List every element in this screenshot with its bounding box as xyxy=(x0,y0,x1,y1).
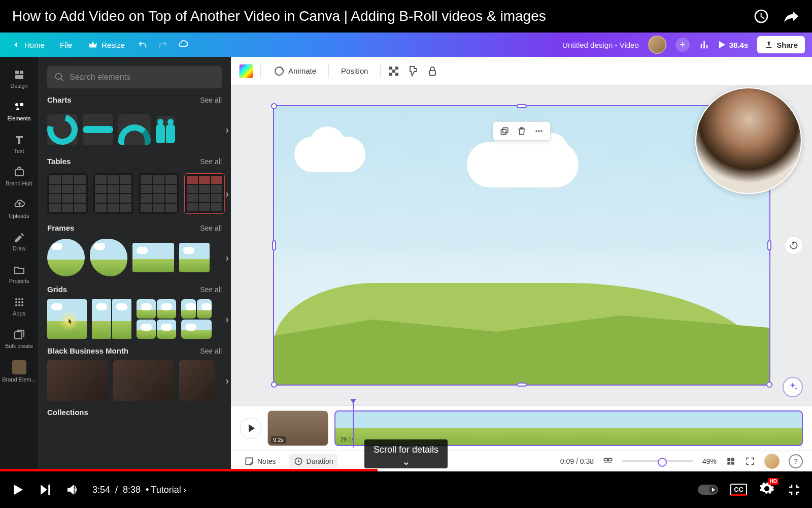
grid-2x2[interactable] xyxy=(137,299,176,339)
resize-button[interactable]: Resize xyxy=(84,37,128,52)
frame-circle[interactable] xyxy=(47,239,85,276)
file-menu[interactable]: File xyxy=(57,39,75,51)
undo-icon[interactable] xyxy=(137,39,148,50)
grid-1x1[interactable] xyxy=(47,299,87,339)
photo-thumb-1[interactable] xyxy=(47,360,108,401)
see-all-charts[interactable]: See all xyxy=(200,96,222,104)
nav-brand-hub[interactable]: Brand Hub xyxy=(0,161,38,192)
watch-later-icon[interactable] xyxy=(753,8,769,24)
resize-handle[interactable] xyxy=(517,383,527,387)
notes-button[interactable]: Notes xyxy=(240,454,280,468)
table-thumb-3[interactable] xyxy=(139,173,179,214)
scroll-right-icon[interactable]: › xyxy=(225,188,229,200)
svg-rect-29 xyxy=(604,458,607,461)
yt-time-display: 3:54 / 8:38 • Tutorial › xyxy=(92,485,186,495)
yt-autoplay-toggle[interactable] xyxy=(698,485,718,495)
nav-brand-elements[interactable]: Brand Elem... xyxy=(0,356,38,387)
nav-elements[interactable]: Elements xyxy=(0,96,38,127)
yt-volume-button[interactable] xyxy=(65,482,80,497)
help-button[interactable]: ? xyxy=(789,454,803,468)
resize-handle[interactable] xyxy=(517,104,527,108)
add-collaborator-button[interactable]: + xyxy=(675,38,690,52)
see-all-bbm[interactable]: See all xyxy=(200,347,222,355)
color-swatch[interactable] xyxy=(239,64,253,78)
share-button[interactable]: Share xyxy=(757,36,805,53)
search-input[interactable] xyxy=(70,73,215,82)
share-icon[interactable] xyxy=(784,8,800,24)
chart-donut[interactable] xyxy=(47,114,78,145)
fullscreen-icon[interactable] xyxy=(745,456,755,466)
document-name[interactable]: Untitled design - Video xyxy=(562,41,639,49)
more-icon[interactable] xyxy=(534,126,544,136)
see-all-grids[interactable]: See all xyxy=(200,285,222,294)
table-thumb-4[interactable] xyxy=(184,173,225,214)
timeline-play-button[interactable] xyxy=(240,418,261,439)
magic-button[interactable] xyxy=(783,377,803,397)
context-toolbar: Animate Position xyxy=(231,57,812,85)
analytics-icon[interactable] xyxy=(699,39,710,50)
resize-handle[interactable] xyxy=(272,240,276,250)
resize-handle[interactable] xyxy=(767,240,771,250)
position-button[interactable]: Position xyxy=(336,64,373,78)
chart-people[interactable] xyxy=(156,116,175,143)
yt-exit-fullscreen-button[interactable] xyxy=(787,482,802,497)
duration-button[interactable]: Duration xyxy=(289,454,337,468)
resize-handle[interactable] xyxy=(271,382,277,388)
view-mode-icon[interactable] xyxy=(603,456,613,466)
trash-icon[interactable] xyxy=(517,126,527,136)
scroll-right-icon[interactable]: › xyxy=(225,252,229,264)
see-all-frames[interactable]: See all xyxy=(200,224,222,232)
scroll-right-icon[interactable]: › xyxy=(225,375,229,387)
see-all-tables[interactable]: See all xyxy=(200,157,222,166)
photo-thumb-3[interactable] xyxy=(179,360,215,401)
scroll-right-icon[interactable]: › xyxy=(225,313,229,325)
chart-progress-bar[interactable] xyxy=(83,114,113,145)
timeline-clip-1[interactable]: 9.2s xyxy=(267,410,328,446)
yt-cc-button[interactable]: CC xyxy=(730,484,747,496)
frame-blob[interactable] xyxy=(90,239,127,276)
nav-design[interactable]: Design xyxy=(0,63,38,94)
svg-rect-18 xyxy=(395,67,398,70)
presenter-badge[interactable] xyxy=(764,454,780,469)
svg-point-7 xyxy=(18,298,20,300)
resize-handle[interactable] xyxy=(271,103,277,109)
preview-play-button[interactable]: 38.4s xyxy=(719,41,749,49)
table-thumb-2[interactable] xyxy=(93,173,133,214)
grid-mixed[interactable] xyxy=(181,299,212,339)
yt-settings-button[interactable]: HD xyxy=(759,481,774,498)
frame-rect-2[interactable] xyxy=(179,243,210,272)
nav-projects[interactable]: Projects xyxy=(0,258,38,290)
animate-button[interactable]: Animate xyxy=(268,62,321,80)
table-thumb-1[interactable] xyxy=(47,173,88,214)
nav-apps[interactable]: Apps xyxy=(0,291,38,322)
cloud-sync-icon[interactable] xyxy=(178,39,189,50)
transparency-icon[interactable] xyxy=(388,65,400,77)
scroll-hint[interactable]: Scroll for details xyxy=(364,439,448,468)
user-avatar[interactable] xyxy=(648,36,666,54)
section-charts: ChartsSee all › xyxy=(47,96,222,150)
yt-next-button[interactable] xyxy=(38,482,53,497)
nav-text[interactable]: Text xyxy=(0,128,38,160)
timeline-playhead[interactable] xyxy=(353,402,354,448)
scroll-right-icon[interactable]: › xyxy=(225,124,229,136)
home-button[interactable]: Home xyxy=(7,37,48,52)
search-box[interactable] xyxy=(47,66,222,88)
yt-chapter[interactable]: • Tutorial › xyxy=(146,485,186,495)
redo-icon[interactable] xyxy=(157,39,168,50)
nav-uploads[interactable]: Uploads xyxy=(0,193,38,225)
copy-style-icon[interactable] xyxy=(407,65,419,77)
chart-arc[interactable] xyxy=(118,114,151,145)
frame-rect[interactable] xyxy=(132,243,174,272)
resize-handle[interactable] xyxy=(766,382,772,388)
grid-view-icon[interactable] xyxy=(726,456,736,466)
timeline-track[interactable]: 9.2s 29.1s xyxy=(231,406,812,450)
grid-2col[interactable] xyxy=(92,299,131,339)
photo-thumb-2[interactable] xyxy=(113,360,174,401)
nav-draw[interactable]: Draw xyxy=(0,226,38,257)
yt-play-button[interactable] xyxy=(10,482,25,497)
zoom-slider[interactable] xyxy=(622,460,693,462)
duplicate-icon[interactable] xyxy=(499,126,510,136)
rotate-button[interactable] xyxy=(785,236,803,255)
nav-bulk-create[interactable]: Bulk create xyxy=(0,323,38,355)
lock-icon[interactable] xyxy=(426,65,438,77)
